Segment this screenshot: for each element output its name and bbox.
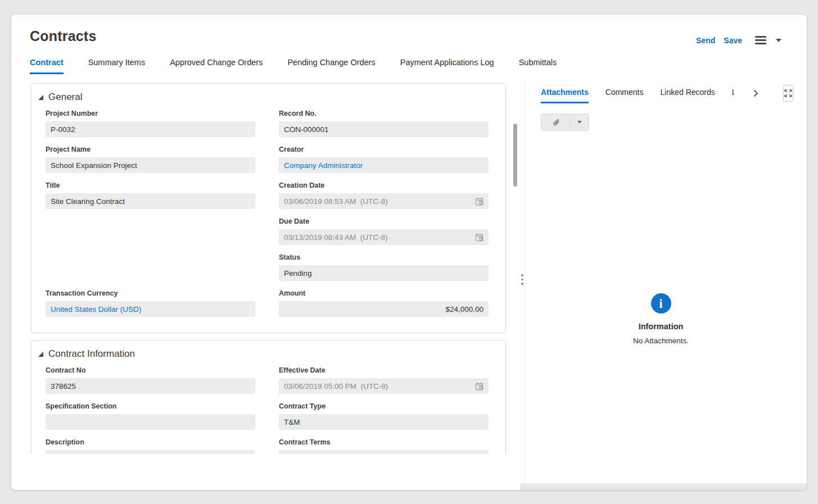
attachments-panel: Attachments Comments Linked Records Li [525,79,797,483]
tab-contract[interactable]: Contract [30,58,64,74]
tab-comments[interactable]: Comments [605,83,644,103]
specification-section-input[interactable] [46,414,255,430]
effective-date-label: Effective Date [279,366,489,375]
transaction-currency-link[interactable]: United States Dollar (USD) [46,301,255,317]
section-general-header: General [38,90,489,104]
save-button[interactable]: Save [724,36,742,45]
amount-label: Amount [279,289,489,298]
field-project-number: Project Number P-0032 [46,110,255,137]
tabs-scroll-right-button[interactable] [751,87,761,99]
expand-icon [784,89,793,98]
empty-grid-cell [46,217,255,245]
chevron-down-icon [577,121,582,124]
field-contract-no: Contract No 378625 [46,366,255,394]
field-creator: Creator Company Administrator [279,146,489,173]
vertical-scrollbar[interactable] [513,124,517,187]
general-fields-grid: Project Number P-0032 Record No. CON-000… [46,110,489,317]
transaction-currency-label: Transaction Currency [46,289,255,298]
description-input[interactable] [46,450,255,454]
creation-date-value: 03/06/2019 08:53 AM (UTC-8) [284,197,388,206]
contract-terms-input[interactable] [279,450,489,454]
project-name-label: Project Name [46,146,255,154]
field-title: Title Site Clearing Contract [46,181,255,209]
project-name-input[interactable]: School Expansion Project [46,157,255,173]
creation-date-input: 03/06/2019 08:53 AM (UTC-8) [279,193,489,209]
field-amount: Amount $24,000.00 [279,289,489,317]
panel-splitter-handle[interactable] [520,274,525,285]
expand-panel-button[interactable] [783,85,793,102]
record-no-label: Record No. [279,110,489,118]
collapse-icon[interactable] [38,95,43,100]
section-general: General Project Number P-0032 Record No.… [31,83,506,333]
chevron-right-icon [753,89,758,97]
tab-linked-records[interactable]: Linked Records [660,83,715,103]
creation-date-label: Creation Date [279,181,489,190]
record-no-input[interactable]: CON-000001 [279,121,489,137]
field-contract-terms: Contract Terms [279,438,489,454]
field-due-date: Due Date 03/13/2019 08:43 AM (UTC-8) [279,217,489,245]
contracts-window: Contracts Send Save Contract Summary Ite… [11,15,807,490]
empty-state-message: No Attachments. [525,337,797,345]
tab-pending-change-orders[interactable]: Pending Change Orders [287,58,375,74]
panel-tab-bar: Attachments Comments Linked Records Li [541,82,793,105]
description-label: Description [46,438,255,447]
calendar-icon [475,197,483,206]
calendar-icon [475,382,483,391]
field-contract-type: Contract Type T&M [279,402,489,430]
project-number-label: Project Number [46,110,255,118]
tab-approved-change-orders[interactable]: Approved Change Orders [170,58,263,74]
due-date-value: 03/13/2019 08:43 AM (UTC-8) [284,233,388,242]
send-button[interactable]: Send [696,36,715,45]
contract-type-label: Contract Type [279,402,489,411]
collapse-icon[interactable] [38,352,43,357]
calendar-icon [475,233,483,242]
empty-grid-cell [46,253,255,281]
form-scroll-area[interactable]: General Project Number P-0032 Record No.… [11,79,520,454]
info-icon: i [651,293,671,314]
chevron-down-icon[interactable] [776,39,781,42]
contract-type-input[interactable]: T&M [279,414,489,430]
page-title: Contracts [30,28,97,44]
creator-link[interactable]: Company Administrator [279,157,489,173]
field-specification-section: Specification Section [46,402,255,430]
panel-footer-gap [520,483,807,490]
main-tab-bar: Contract Summary Items Approved Change O… [30,58,557,74]
empty-state-title: Information [525,322,797,331]
attach-dropdown-toggle[interactable] [571,121,589,124]
status-value: Pending [279,265,489,281]
effective-date-input: 03/06/2019 05:00 PM (UTC-8) [279,378,489,394]
title-input[interactable]: Site Clearing Contract [46,193,255,209]
header-actions: Send Save [696,35,781,46]
field-description: Description [46,438,255,454]
due-date-label: Due Date [279,217,489,226]
tab-submittals[interactable]: Submittals [519,58,557,74]
title-label: Title [46,181,255,190]
section-title: Contract Information [48,348,135,360]
field-status: Status Pending [279,253,489,281]
section-contract-information-header: Contract Information [38,347,489,361]
attach-file-button[interactable] [541,113,589,131]
contract-no-label: Contract No [46,366,255,375]
section-contract-information: Contract Information Contract No 378625 … [31,340,506,454]
field-project-name: Project Name School Expansion Project [46,146,255,173]
attachments-empty-state: i Information No Attachments. [525,293,797,345]
project-number-input[interactable]: P-0032 [46,121,255,137]
contract-terms-label: Contract Terms [279,438,489,447]
paperclip-icon [552,118,560,127]
contract-no-input[interactable]: 378625 [46,378,255,394]
tab-attachments[interactable]: Attachments [541,83,589,103]
field-creation-date: Creation Date 03/06/2019 08:53 AM (UTC-8… [279,181,489,209]
due-date-input: 03/13/2019 08:43 AM (UTC-8) [279,229,489,245]
tab-payment-applications-log[interactable]: Payment Applications Log [400,58,494,74]
tab-truncated[interactable]: Li [732,83,734,103]
specification-section-label: Specification Section [46,402,255,411]
field-transaction-currency: Transaction Currency United States Dolla… [46,289,255,317]
amount-input[interactable]: $24,000.00 [279,301,489,317]
section-title: General [48,92,82,103]
tab-summary-items[interactable]: Summary Items [88,58,146,74]
field-effective-date: Effective Date 03/06/2019 05:00 PM (UTC-… [279,366,489,394]
contract-information-fields-grid: Contract No 378625 Effective Date 03/06/… [46,366,489,454]
menu-icon[interactable] [754,35,767,46]
status-label: Status [279,253,489,262]
effective-date-value: 03/06/2019 05:00 PM (UTC-8) [284,382,388,391]
